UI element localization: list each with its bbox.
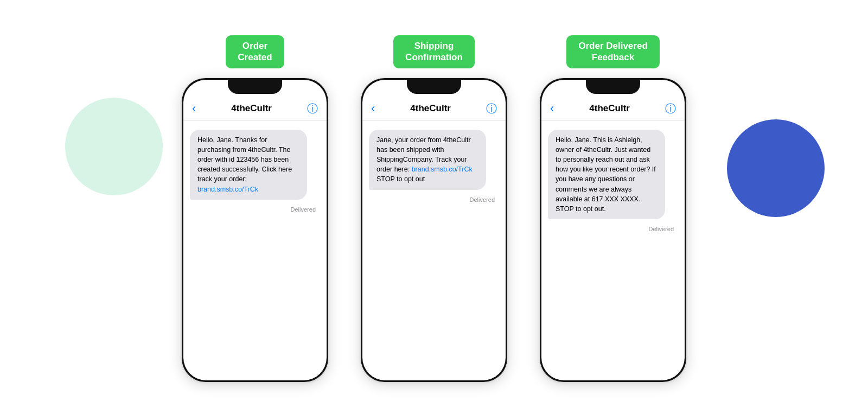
phone-inner-2: ‹ 4theCultr ⓘ Jane, your order from 4the… <box>362 80 506 380</box>
msg-body-2: Jane, your order from 4theCultr has been… <box>362 121 506 380</box>
badge-feedback: Order DeliveredFeedback <box>566 35 660 68</box>
msg-header-1: ‹ 4theCultr ⓘ <box>183 99 327 121</box>
notch-3 <box>586 80 640 94</box>
phone-inner-3: ‹ 4theCultr ⓘ Hello, Jane. This is Ashle… <box>541 80 685 380</box>
header-title-3: 4theCultr <box>589 103 630 114</box>
phone-feedback: ‹ 4theCultr ⓘ Hello, Jane. This is Ashle… <box>540 78 686 382</box>
phone-inner-1: ‹ 4theCultr ⓘ Hello, Jane. Thanks for pu… <box>183 80 327 380</box>
header-title-2: 4theCultr <box>410 103 451 114</box>
msg-header-2: ‹ 4theCultr ⓘ <box>362 99 506 121</box>
back-button-2[interactable]: ‹ <box>371 101 375 116</box>
msg-header-3: ‹ 4theCultr ⓘ <box>541 99 685 121</box>
phone-shipping: ‹ 4theCultr ⓘ Jane, your order from 4the… <box>361 78 507 382</box>
msg-delivered-1: Delivered <box>190 206 320 213</box>
decoration-blob-green <box>65 98 163 195</box>
msg-bubble-3: Hello, Jane. This is Ashleigh, owner of … <box>548 130 665 219</box>
msg-delivered-2: Delivered <box>369 196 499 203</box>
phone-col-feedback: Order DeliveredFeedback ‹ 4theCultr ⓘ He… <box>540 35 686 382</box>
info-icon-2[interactable]: ⓘ <box>486 101 497 116</box>
msg-link-2[interactable]: brand.smsb.co/TrCk <box>412 166 473 173</box>
msg-bubble-2: Jane, your order from 4theCultr has been… <box>369 130 486 190</box>
decoration-blob-blue <box>727 119 825 217</box>
msg-body-1: Hello, Jane. Thanks for purchasing from … <box>183 121 327 380</box>
badge-shipping: ShippingConfirmation <box>393 35 475 68</box>
info-icon-1[interactable]: ⓘ <box>307 101 318 116</box>
header-title-1: 4theCultr <box>231 103 272 114</box>
badge-order-created: OrderCreated <box>226 35 284 68</box>
back-button-3[interactable]: ‹ <box>550 101 554 116</box>
info-icon-3[interactable]: ⓘ <box>665 101 676 116</box>
scene: OrderCreated ‹ 4theCultr ⓘ Hello, Jane. … <box>182 19 686 382</box>
msg-delivered-3: Delivered <box>548 226 678 232</box>
msg-link-1[interactable]: brand.smsb.co/TrCk <box>197 186 258 193</box>
msg-bubble-1: Hello, Jane. Thanks for purchasing from … <box>190 130 307 200</box>
notch-2 <box>407 80 461 94</box>
phone-col-shipping: ShippingConfirmation ‹ 4theCultr ⓘ Jane,… <box>361 35 507 382</box>
phone-order-created: ‹ 4theCultr ⓘ Hello, Jane. Thanks for pu… <box>182 78 328 382</box>
phone-col-order-created: OrderCreated ‹ 4theCultr ⓘ Hello, Jane. … <box>182 35 328 382</box>
back-button-1[interactable]: ‹ <box>192 101 196 116</box>
msg-body-3: Hello, Jane. This is Ashleigh, owner of … <box>541 121 685 380</box>
notch-1 <box>228 80 282 94</box>
